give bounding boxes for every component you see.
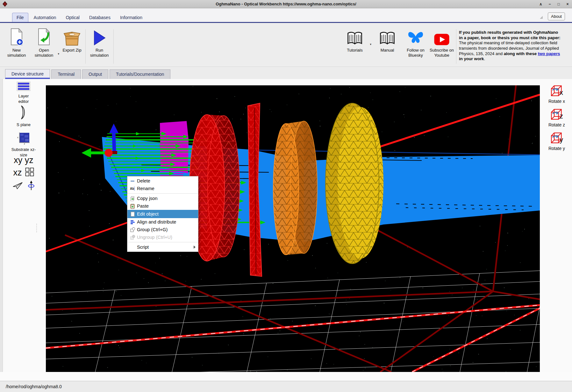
app-icon [2, 1, 8, 8]
shade-window-icon[interactable]: ∧ [538, 2, 543, 7]
status-bar: /home/rod/oghma/oghma8.0 [0, 381, 572, 392]
context-menu-item-script[interactable]: Script [127, 243, 198, 251]
context-menu-item-group-ctrl-g[interactable]: Group (Ctrl+G) [127, 226, 198, 233]
tutorials-label: Tutorials [347, 48, 362, 53]
layer-editor-button[interactable]: Layer editor [3, 82, 44, 104]
rotate-y-button[interactable]: yRotate y [543, 132, 570, 155]
tutorials-button[interactable]: Tutorials ▾ [342, 27, 368, 63]
svg-text:x: x [17, 136, 18, 139]
edit-icon [130, 211, 137, 217]
delete-icon [130, 178, 137, 184]
rotate-y-label: Rotate y [547, 146, 566, 152]
menu-tab-information[interactable]: Information [116, 13, 147, 22]
rotate-x-button[interactable]: xRotate x [543, 85, 570, 108]
context-menu-item-ungroup-ctrl-u: Ungroup (Ctrl+U) [127, 233, 198, 241]
fly-camera-icon[interactable] [12, 182, 23, 191]
manual-button[interactable]: Manual [375, 27, 400, 63]
window-titlebar: OghmaNano - Optical Workbench https://ww… [0, 0, 572, 8]
menu-item-label: Group (Ctrl+G) [137, 227, 168, 232]
youtube-button[interactable]: Subscribe on Youtube [428, 27, 455, 63]
window-title: OghmaNano - Optical Workbench https://ww… [0, 2, 572, 6]
menu-tab-file[interactable]: File [12, 13, 28, 22]
submenu-arrow-icon [194, 246, 196, 249]
rotate-panel: xRotate xzRotate zyRotate y [543, 85, 570, 155]
rotate-axis-icon[interactable] [28, 180, 35, 192]
menu-item-label: Ungroup (Ctrl+U) [137, 235, 172, 240]
youtube-label: Subscribe on Youtube [428, 48, 455, 58]
run-simulation-label: Run simulation [87, 48, 112, 58]
toolbar-separator [85, 29, 86, 64]
new-document-icon [9, 27, 24, 46]
copy-icon [130, 196, 137, 201]
s-plane-button[interactable]: S plane [3, 105, 44, 128]
svg-text:Ab: Ab [130, 187, 134, 190]
tab-terminal[interactable]: Terminal [51, 69, 81, 79]
application-window: OghmaNano - Optical Workbench https://ww… [0, 0, 572, 392]
menu-item-label: Rename [137, 186, 154, 191]
3d-viewport[interactable] [46, 85, 540, 372]
ribbon-collapse-icon[interactable] [540, 16, 543, 19]
view-tools-row [3, 180, 44, 192]
s-plane-label: S plane [16, 122, 31, 128]
export-box-icon [64, 27, 80, 46]
bluesky-button[interactable]: Follow on Bluesky [402, 27, 429, 63]
tab-device-structure[interactable]: Device structure [5, 69, 50, 79]
axis-letter: y [560, 136, 563, 144]
new-simulation-label: New simulation [4, 48, 29, 58]
group-icon [130, 227, 137, 232]
context-menu-item-align-and-distribute[interactable]: Align and distribute [127, 218, 198, 226]
two-papers-link[interactable]: two papers [538, 51, 560, 56]
rotate-z-label: Rotate z [547, 122, 566, 128]
about-button[interactable]: About [548, 12, 565, 20]
close-window-icon[interactable]: × [565, 2, 570, 7]
layer-editor-icon [17, 82, 31, 92]
rename-icon: Ab [130, 186, 137, 191]
window-controls: ∧−□× [538, 0, 570, 8]
minimize-window-icon[interactable]: − [547, 2, 552, 7]
menu-tab-optical[interactable]: Optical [61, 13, 84, 22]
s-plane-icon [18, 105, 29, 121]
menu-separator [128, 193, 198, 194]
menu-item-label: Delete [137, 178, 150, 183]
paste-icon [130, 203, 137, 209]
context-menu-item-edit-object[interactable]: Edit object [127, 210, 198, 218]
document-tab-strip: Device structureTerminalOutputTutorials/… [0, 67, 572, 79]
panel-splitter-handle[interactable] [36, 224, 37, 232]
context-menu-item-copy-json[interactable]: Copy json [127, 195, 198, 202]
view-xz-button[interactable]: xz [3, 167, 44, 178]
ungroup-icon [130, 235, 137, 240]
menu-tab-databases[interactable]: Databases [85, 13, 115, 22]
device-structure-page: Layer editor S plane [0, 79, 572, 381]
open-simulation-button[interactable]: Open simulation ▾ [31, 27, 57, 63]
new-simulation-button[interactable]: New simulation [4, 27, 29, 63]
axis-letter: x [560, 89, 563, 97]
context-menu-item-delete[interactable]: Delete [127, 177, 198, 185]
left-rail [0, 79, 3, 381]
toolbar-separator [456, 29, 456, 64]
export-zip-button[interactable]: Export Zip [59, 27, 85, 63]
menu-item-label: Paste [137, 203, 149, 209]
lens-orange [272, 120, 318, 255]
substrate-xz-size-button[interactable]: x z Substrate xz-size [3, 132, 44, 158]
export-zip-label: Export Zip [62, 48, 81, 53]
menu-item-label: Script [137, 245, 149, 250]
view-xy-yz-button[interactable]: xy yz [3, 155, 44, 165]
tab-output[interactable]: Output [82, 69, 108, 79]
bluesky-icon [407, 27, 425, 46]
youtube-icon [434, 27, 450, 46]
menu-tab-automation[interactable]: Automation [30, 13, 61, 22]
citation-normal-2: . [484, 56, 485, 61]
menu-item-label: Align and distribute [137, 219, 176, 225]
menu-item-label: Edit object [137, 211, 159, 217]
context-menu-item-rename[interactable]: AbRename [127, 185, 198, 192]
context-menu: DeleteAbRenameCopy jsonPasteEdit objectA… [127, 176, 198, 252]
tutorials-dropdown-icon[interactable]: ▾ [370, 43, 371, 46]
tab-tutorials-documentation[interactable]: Tutorials/Documentation [110, 69, 170, 79]
run-simulation-button[interactable]: Run simulation [87, 27, 112, 63]
maximize-window-icon[interactable]: □ [556, 2, 561, 7]
toolbar-separator [113, 29, 114, 64]
rotate-z-button[interactable]: zRotate z [543, 108, 570, 132]
context-menu-item-paste[interactable]: Paste [127, 202, 198, 210]
citation-bold-2: along with these [504, 51, 538, 56]
ribbon-toolbar: New simulation Open simulation ▾ [0, 23, 572, 67]
